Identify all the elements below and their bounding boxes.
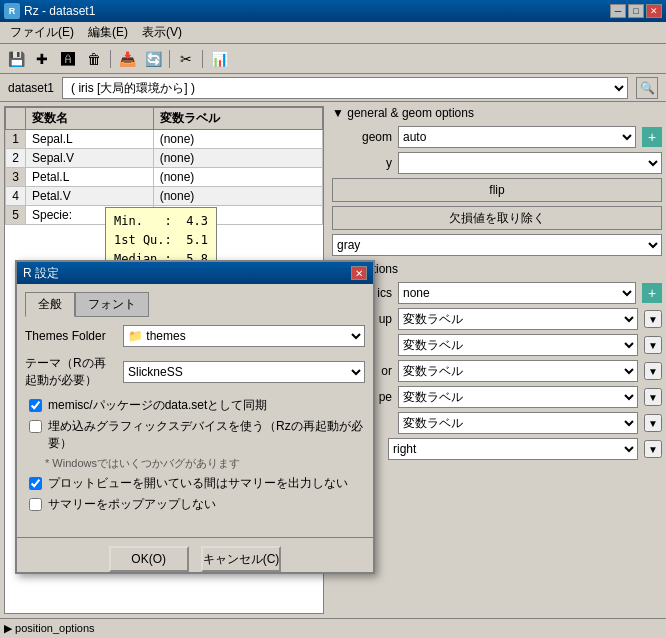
themes-folder-row: Themes Folder 📁 themes: [25, 325, 365, 347]
checkbox-cb1[interactable]: [29, 399, 42, 412]
theme-label: テーマ（Rの再起動が必要）: [25, 355, 115, 389]
checkboxes-container: memisc/パッケージのdata.setとして同期 埋め込みグラフィックスデバ…: [25, 397, 365, 513]
checkbox-cb2[interactable]: [29, 420, 42, 433]
theme-row: テーマ（Rの再起動が必要） SlickneSS: [25, 355, 365, 389]
tab-font[interactable]: フォント: [75, 292, 149, 317]
themes-folder-select[interactable]: 📁 themes: [123, 325, 365, 347]
settings-dialog: R 設定 ✕ 全般 フォント Themes Folder 📁 themes テー…: [15, 260, 375, 574]
dialog-body: 全般 フォント Themes Folder 📁 themes テーマ（Rの再起動…: [17, 284, 373, 525]
dialog-overlay: R 設定 ✕ 全般 フォント Themes Folder 📁 themes テー…: [0, 0, 666, 638]
checkbox-row: memisc/パッケージのdata.setとして同期: [25, 397, 365, 414]
dialog-tabs: 全般 フォント: [25, 292, 365, 317]
checkbox-indent-label: * Windowsではいくつかバグがあります: [25, 456, 365, 471]
dialog-title: R 設定: [23, 265, 59, 282]
dialog-close-button[interactable]: ✕: [351, 266, 367, 280]
themes-folder-label: Themes Folder: [25, 329, 115, 343]
checkbox-label-cb4: プロットビューを開いている間はサマリーを出力しない: [48, 475, 365, 492]
cancel-button[interactable]: キャンセル(C): [201, 546, 282, 572]
checkbox-row: プロットビューを開いている間はサマリーを出力しない: [25, 475, 365, 492]
checkbox-cb5[interactable]: [29, 498, 42, 511]
dialog-buttons: OK(O) キャンセル(C): [17, 537, 373, 572]
dialog-title-bar: R 設定 ✕: [17, 262, 373, 284]
theme-select[interactable]: SlickneSS: [123, 361, 365, 383]
checkbox-row: サマリーをポップアップしない: [25, 496, 365, 513]
checkbox-row: 埋め込みグラフィックスデバイスを使う（Rzの再起動が必要）: [25, 418, 365, 452]
checkbox-cb4[interactable]: [29, 477, 42, 490]
checkbox-label-cb5: サマリーをポップアップしない: [48, 496, 365, 513]
checkbox-label-cb1: memisc/パッケージのdata.setとして同期: [48, 397, 365, 414]
ok-button[interactable]: OK(O): [109, 546, 189, 572]
checkbox-label-cb2: 埋め込みグラフィックスデバイスを使う（Rzの再起動が必要）: [48, 418, 365, 452]
tab-general[interactable]: 全般: [25, 292, 75, 317]
